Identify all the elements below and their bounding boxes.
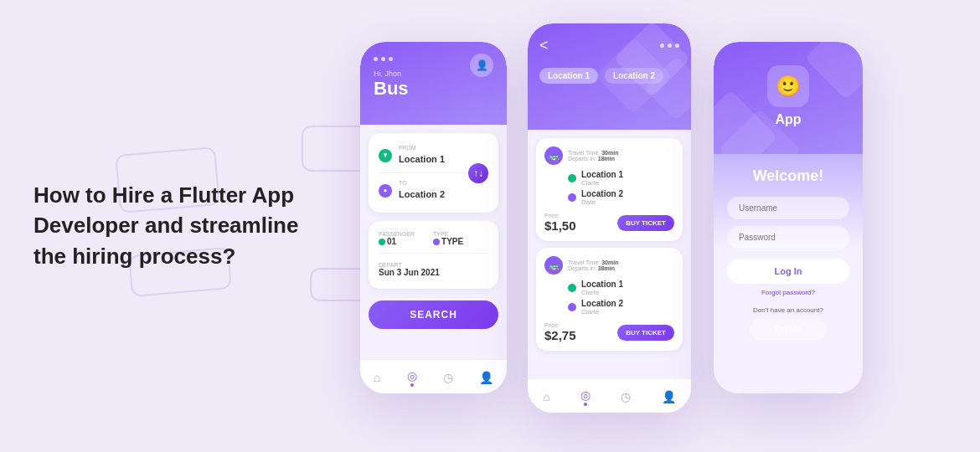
from-name-1: Location 1 [581, 170, 623, 179]
price-label-2: Price: [544, 322, 576, 328]
departs-2: Departs in: 38min [568, 265, 674, 271]
phone1: 👤 Hi, Jhon Bus ▼ FROM Location 1 ↑↓ ● [360, 42, 507, 393]
swap-button[interactable]: ↑↓ [468, 163, 488, 183]
travel-time-2: Travel Time: 30min [568, 259, 674, 265]
forgot-password-link[interactable]: Forgot password? [727, 289, 849, 296]
to-icon: ● [379, 184, 392, 198]
from-name-2: Location 1 [581, 280, 623, 289]
passenger-label: PASSENGER [379, 231, 415, 237]
to-value: Location 2 [399, 189, 445, 199]
from-label: FROM [399, 145, 445, 151]
page-heading: How to Hire a Flutter App Developer and … [34, 180, 318, 271]
depart-value: Sun 3 Jun 2021 [379, 268, 488, 277]
bus-icon-2: 🚌 [544, 256, 563, 275]
phone1-body: ▼ FROM Location 1 ↑↓ ● TO Location 2 [360, 125, 507, 359]
departs-1: Departs in: 18min [568, 156, 674, 162]
phone1-header: 👤 Hi, Jhon Bus [360, 42, 507, 125]
nav2-compass[interactable]: ◎ [580, 388, 591, 406]
phone2-body: 🚌 Travel Time: 30min Departs in: 18min L… [528, 130, 691, 378]
to-dot-2 [568, 303, 576, 311]
left-section: How to Hire a Flutter App Developer and … [34, 180, 318, 271]
phone2: < Location 1 Location 2 🚌 Travel Time: 3… [528, 23, 691, 413]
phone3-header: 🙂 App [714, 42, 863, 154]
depart-label: DEPART [379, 262, 488, 268]
to-dot-1 [568, 193, 576, 202]
nav2-home[interactable]: ⌂ [543, 389, 549, 404]
welcome-text: Welcome! [727, 167, 849, 185]
travel-time-1: Travel Time: 30min [568, 150, 674, 156]
phone3-body: Welcome! Log In Forgot password? Don't h… [714, 154, 863, 393]
price-label-1: Price: [544, 213, 576, 218]
price-value-1: $1,50 [544, 218, 576, 233]
to-name-1: Location 2 [581, 189, 623, 198]
ticket-card-1: 🚌 Travel Time: 30min Departs in: 18min L… [536, 138, 683, 241]
from-dot-1 [568, 174, 576, 182]
ticket-card-2: 🚌 Travel Time: 30min Departs in: 38min L… [536, 248, 683, 351]
type-value: TYPE [433, 237, 463, 246]
phone2-header: < Location 1 Location 2 [528, 23, 691, 130]
create-button[interactable]: Create [750, 319, 826, 340]
buy-button-2[interactable]: BUY TICKET [617, 325, 674, 341]
price-value-2: $2,75 [544, 328, 576, 342]
app-logo: 🙂 [767, 65, 809, 107]
phone1-title: Bus [374, 78, 493, 100]
phone3: 🙂 App Welcome! Log In Forgot password? D… [714, 42, 863, 393]
search-button[interactable]: SEARCH [369, 300, 498, 329]
type-label: TYPE [433, 231, 463, 237]
login-button[interactable]: Log In [727, 259, 849, 284]
location-tab-1[interactable]: Location 1 [539, 68, 598, 84]
no-account-text: Don't have an account? [727, 306, 849, 314]
nav-user[interactable]: 👤 [479, 370, 493, 385]
back-button[interactable]: < [539, 37, 549, 54]
create-section: Don't have an account? Create [727, 306, 849, 340]
username-input[interactable] [727, 197, 849, 219]
from-value: Location 1 [399, 154, 445, 164]
phone2-nav: ⌂ ◎ ◷ 👤 [528, 378, 691, 413]
from-icon: ▼ [379, 149, 392, 162]
bus-icon-1: 🚌 [544, 146, 563, 165]
phone1-dots [374, 57, 393, 61]
to-name-2: Location 2 [581, 299, 623, 308]
buy-button-1[interactable]: BUY TICKET [617, 215, 674, 231]
passenger-value: 01 [379, 237, 415, 246]
phone1-avatar: 👤 [470, 54, 493, 77]
nav2-clock[interactable]: ◷ [621, 389, 631, 404]
app-name: App [775, 112, 801, 127]
location-card: ▼ FROM Location 1 ↑↓ ● TO Location 2 [369, 133, 498, 213]
password-input[interactable] [727, 226, 849, 249]
location-tab-2[interactable]: Location 2 [605, 68, 663, 84]
nav2-user[interactable]: 👤 [662, 389, 676, 404]
to-label: TO [399, 180, 445, 186]
nav-clock[interactable]: ◷ [443, 370, 453, 385]
passenger-card: PASSENGER 01 TYPE TYPE DEPART Sun 3 Jun … [369, 221, 498, 289]
nav-home[interactable]: ⌂ [374, 370, 380, 385]
nav-compass[interactable]: ◎ [407, 368, 417, 387]
from-dot-2 [568, 284, 576, 292]
phone1-nav: ⌂ ◎ ◷ 👤 [360, 359, 507, 393]
